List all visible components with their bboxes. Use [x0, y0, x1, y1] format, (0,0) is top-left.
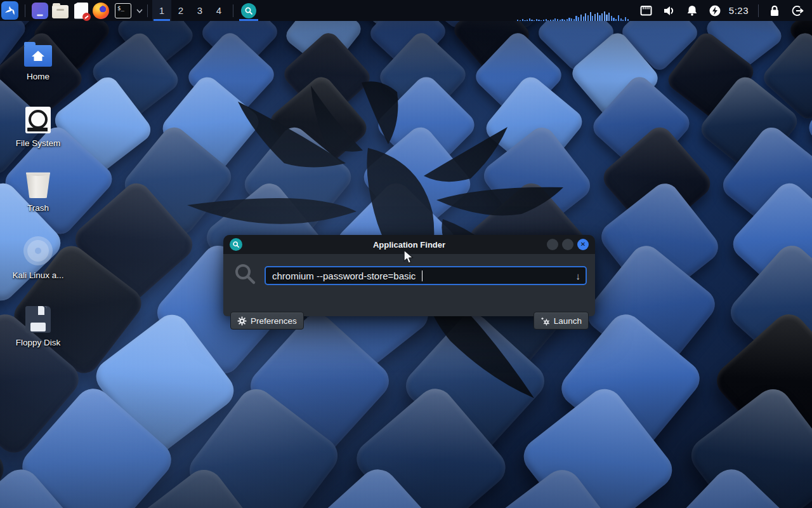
- desktop-app-icon: [32, 3, 48, 19]
- monitor-bar: [529, 18, 530, 21]
- filesystem-drive-icon: [25, 102, 51, 133]
- system-monitor-graph[interactable]: [517, 0, 629, 21]
- run-icon: [540, 316, 550, 326]
- monitor-bar: [524, 20, 525, 21]
- launch-button[interactable]: Launch: [534, 312, 589, 330]
- application-finder-task-button[interactable]: [238, 0, 259, 21]
- desktop-icon-kali-disc[interactable]: Kali Linux a...: [3, 234, 73, 280]
- search-icon: [233, 262, 258, 289]
- app-finder-icon: [241, 3, 256, 18]
- volume-icon[interactable]: [662, 4, 676, 18]
- monitor-bar: [625, 17, 626, 21]
- edit-badge-icon: [82, 13, 91, 21]
- notifications-bell-icon[interactable]: [685, 4, 699, 18]
- monitor-bar: [540, 20, 542, 21]
- desktop-icon-filesystem[interactable]: File System: [3, 102, 73, 148]
- monitor-bar: [566, 19, 568, 21]
- monitor-bar: [568, 18, 570, 21]
- desktop-icon-label: File System: [16, 138, 61, 148]
- monitor-bar: [543, 20, 544, 21]
- monitor-bar: [564, 20, 565, 21]
- home-folder-icon: [24, 35, 52, 67]
- monitor-bar: [520, 20, 521, 21]
- monitor-bar: [580, 15, 582, 21]
- monitor-bar: [611, 16, 612, 21]
- monitor-bar: [622, 20, 624, 21]
- launch-label: Launch: [554, 316, 582, 326]
- close-button[interactable]: ✕: [577, 239, 589, 250]
- top-panel: $_ 1 2 3 4 5:23: [0, 0, 812, 21]
- launcher-dropdown-chevron-icon[interactable]: [136, 7, 143, 15]
- monitor-bar: [538, 20, 539, 21]
- monitor-bar: [554, 18, 556, 21]
- monitor-bar: [575, 16, 577, 21]
- monitor-bar: [620, 18, 622, 21]
- monitor-bar: [517, 20, 518, 21]
- clock[interactable]: 5:23: [729, 5, 749, 16]
- power-manager-icon[interactable]: [708, 4, 722, 18]
- monitor-bar: [531, 20, 532, 21]
- titlebar[interactable]: Application Finder ✕: [223, 235, 595, 254]
- file-manager-launcher[interactable]: [50, 0, 70, 21]
- monitor-bar: [573, 19, 575, 21]
- desktop-icon-floppy[interactable]: Floppy Disk: [3, 301, 73, 347]
- application-finder-window: Application Finder ✕ chromium --password…: [223, 235, 595, 316]
- monitor-bar: [534, 20, 535, 21]
- floppy-disk-icon: [25, 301, 51, 333]
- monitor-bar: [536, 19, 537, 21]
- workspace-1-button[interactable]: 1: [152, 0, 171, 21]
- desktop-icon-trash[interactable]: Trash: [3, 166, 73, 213]
- firefox-launcher[interactable]: [91, 0, 111, 21]
- monitor-bar: [599, 15, 600, 21]
- minimize-button[interactable]: [547, 239, 558, 250]
- desktop: Home File System Trash Kali Linux a... F…: [0, 0, 812, 508]
- terminal-launcher[interactable]: $_: [111, 0, 135, 21]
- command-text: chromium --password-store=basic: [272, 271, 419, 281]
- desktop-icon-label: Floppy Disk: [16, 338, 61, 347]
- maximize-button[interactable]: [562, 239, 573, 250]
- monitor-bar: [547, 20, 549, 21]
- monitor-bar: [571, 18, 572, 21]
- monitor-bar: [560, 20, 561, 21]
- preferences-label: Preferences: [251, 316, 297, 326]
- desktop-icon-label: Kali Linux a...: [12, 271, 63, 280]
- text-caret: [422, 271, 423, 281]
- monitor-bar: [587, 15, 589, 21]
- firefox-icon: [93, 3, 109, 19]
- monitor-bar: [550, 20, 551, 21]
- monitor-bar: [613, 18, 614, 21]
- workspace-3-button[interactable]: 3: [190, 0, 209, 21]
- workspace-4-button[interactable]: 4: [209, 0, 228, 21]
- panel-separator: [147, 4, 148, 17]
- workspace-2-button[interactable]: 2: [171, 0, 190, 21]
- applications-menu-button[interactable]: [0, 0, 20, 21]
- network-icon[interactable]: [639, 4, 653, 18]
- monitor-bar: [594, 14, 596, 21]
- text-editor-launcher[interactable]: [70, 0, 91, 21]
- folder-icon: [52, 5, 69, 18]
- monitor-bar: [522, 19, 523, 21]
- monitor-bar: [627, 19, 629, 21]
- show-desktop-launcher[interactable]: [30, 0, 50, 21]
- monitor-bar: [618, 15, 619, 21]
- monitor-bar: [592, 16, 593, 21]
- monitor-bar: [553, 20, 554, 21]
- finder-body: chromium --password-store=basic ↓: [223, 254, 595, 316]
- monitor-bar: [546, 19, 547, 21]
- monitor-bar: [583, 17, 584, 21]
- preferences-button[interactable]: Preferences: [230, 312, 304, 330]
- logout-icon[interactable]: [790, 4, 804, 18]
- monitor-bar: [557, 19, 558, 21]
- dropdown-arrow-icon[interactable]: ↓: [576, 271, 581, 281]
- window-title: Application Finder: [223, 240, 595, 250]
- terminal-icon: $_: [115, 3, 131, 18]
- monitor-bar: [561, 19, 563, 21]
- monitor-bar: [527, 20, 528, 21]
- desktop-icon-home[interactable]: Home: [3, 35, 73, 81]
- command-input[interactable]: chromium --password-store=basic ↓: [265, 266, 587, 285]
- monitor-bar: [604, 11, 605, 21]
- lock-screen-icon[interactable]: [768, 4, 782, 18]
- desktop-icon-label: Trash: [27, 203, 49, 213]
- panel-separator: [233, 4, 233, 17]
- trash-icon: [26, 166, 50, 198]
